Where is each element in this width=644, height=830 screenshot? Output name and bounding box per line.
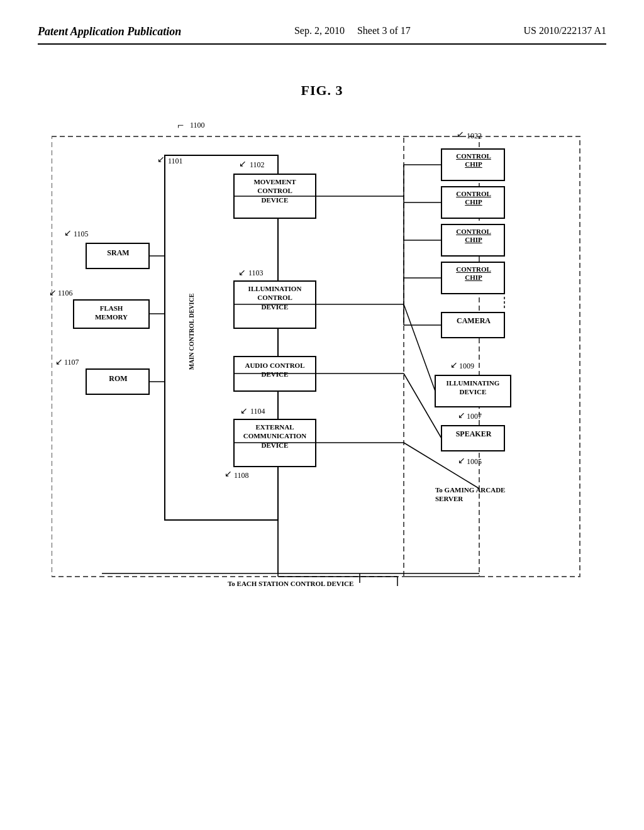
ref-1022: 1022 [467,131,482,141]
header-center: Sep. 2, 2010 Sheet 3 of 17 [294,25,411,36]
arrow-1007: ↙ [458,410,465,421]
control-chip-1-label: CONTROLCHIP [443,152,504,169]
ref-1101: 1101 [168,157,183,166]
patent-number: US 2010/222137 A1 [523,25,606,36]
arrow-1103: ↙ [238,267,246,278]
ref-1106: 1106 [58,289,73,298]
sheet-label: Sheet 3 of 17 [357,25,411,36]
svg-line-38 [404,374,441,438]
arrow-1102: ↙ [239,158,247,169]
control-chip-2-label: CONTROLCHIP [443,190,504,206]
control-chip-3-label: CONTROLCHIP [443,228,504,244]
arrow-1104: ↙ [240,406,248,416]
arrow-1022: ↙ [457,129,464,140]
main-control-label: MAIN CONTROL DEVICE [188,294,195,370]
diagram: 1100 ⌐ 1101 ↙ MAIN CONTROL DEVICE 1102 ↙… [52,118,592,608]
movement-control-label: MOVEMENTCONTROLDEVICE [236,177,314,204]
ref-1102: 1102 [250,160,265,170]
ref-1107: 1107 [64,358,79,367]
bottom-lines [52,520,592,595]
flash-memory-label: FLASHMEMORY [75,304,148,322]
ref-1009: 1009 [459,362,474,371]
page-header: Patent Application Publication Sep. 2, 2… [38,25,606,45]
arrow-1108: ↙ [225,468,232,479]
ref-1100: 1100 [190,121,205,130]
speaker-label: SPEAKER [443,429,504,439]
ref-1108: 1108 [234,471,249,480]
illumination-control-label: ILLUMINATIONCONTROLDEVICE [236,284,314,311]
arrow-1005: ↙ [458,455,465,466]
rom-label: ROM [87,374,149,384]
svg-line-36 [404,304,435,391]
arrow-1105: ↙ [64,228,72,238]
arrow-1107: ↙ [55,357,63,367]
ref-1007: 1007 [467,412,482,421]
sram-label: SRAM [87,248,149,258]
svg-rect-1 [165,155,278,520]
gaming-arcade-label: To GAMING ARCADESERVER [435,485,536,504]
figure-title: FIG. 3 [38,82,606,99]
camera-label: CAMERA [443,316,504,326]
ref-1104: 1104 [250,407,265,416]
date-label: Sep. 2, 2010 [294,25,345,36]
ref-1005: 1005 [467,457,482,467]
page: Patent Application Publication Sep. 2, 2… [0,0,644,830]
arrow-1009: ↙ [450,360,458,370]
ref-1105: 1105 [74,230,89,239]
illuminating-device-label: ILLUMINATINGDEVICE [436,379,509,397]
ref-1103: 1103 [248,268,264,278]
audio-control-label: AUDIO CONTROLDEVICE [236,361,314,379]
publication-label: Patent Application Publication [38,25,181,38]
arrow-1106: ↙ [49,287,57,298]
control-chip-4-label: CONTROLCHIP [443,265,504,282]
arrow-1100: ⌐ [177,119,184,132]
external-comm-label: EXTERNALCOMMUNICATIONDEVICE [236,423,314,450]
arrow-1101: ↙ [157,154,165,165]
